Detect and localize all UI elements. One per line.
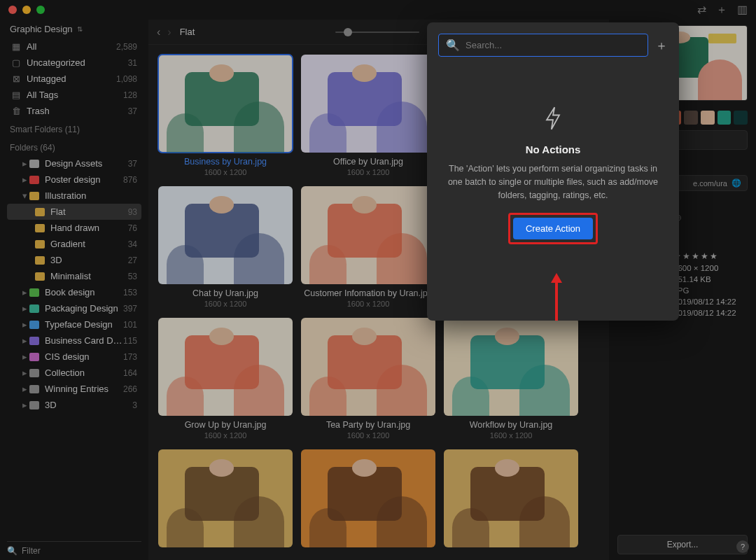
folder-icon xyxy=(35,239,45,249)
grid-item[interactable]: Workflow by Uran.jpg1600 x 1200 xyxy=(444,318,578,440)
thumbnail[interactable] xyxy=(301,318,435,416)
folder-icon xyxy=(29,175,39,185)
titlebar: ⇄ ＋ ▥ xyxy=(0,0,756,20)
disclosure-icon[interactable]: ▸ xyxy=(22,303,29,314)
folder-design-assets[interactable]: ▸Design Assets37 xyxy=(7,155,141,172)
help-button[interactable]: ? xyxy=(736,540,749,553)
window-maximize[interactable] xyxy=(36,6,45,14)
folder-icon xyxy=(29,400,39,410)
folder-3d[interactable]: 3D27 xyxy=(7,252,141,268)
popover-description: The 'Action' lets you perform serial org… xyxy=(438,162,668,202)
caption: Chat by Uran.jpg xyxy=(192,288,258,298)
grid-item[interactable]: Tea Party by Uran.jpg1600 x 1200 xyxy=(301,318,435,440)
folder-icon xyxy=(35,207,45,217)
grid-item[interactable]: Customer Infomation by Uran.jpg1600 x 12… xyxy=(301,186,435,308)
window-minimize[interactable] xyxy=(22,6,31,14)
folder-typeface-design[interactable]: ▸Typeface Design101 xyxy=(7,316,141,332)
folder-minimalist[interactable]: Minimalist53 xyxy=(7,268,141,284)
dimensions-label: 1600 x 1200 xyxy=(347,300,390,308)
dimensions-label: 1600 x 1200 xyxy=(490,431,533,440)
disclosure-icon[interactable]: ▸ xyxy=(22,335,29,346)
grid-item[interactable]: Business by Uran.jpg1600 x 1200 xyxy=(158,55,293,176)
thumbnail[interactable] xyxy=(158,55,293,153)
folder-flat[interactable]: Flat93 xyxy=(7,204,141,220)
thumbnail[interactable] xyxy=(158,318,293,416)
popover-title: No Actions xyxy=(526,144,581,155)
grid-item[interactable] xyxy=(444,449,578,547)
grid-item[interactable] xyxy=(301,449,435,547)
disclosure-icon[interactable]: ▸ xyxy=(22,319,29,330)
disclosure-icon[interactable]: ▸ xyxy=(22,174,29,185)
grid-item[interactable]: Chat by Uran.jpg1600 x 1200 xyxy=(158,186,293,308)
folder-3d[interactable]: ▸3D3 xyxy=(7,397,141,413)
tags-icon: ▤ xyxy=(11,90,21,100)
folder-poster-design[interactable]: ▸Poster design876 xyxy=(7,172,141,188)
thumbnail[interactable] xyxy=(158,186,293,284)
grid-item[interactable] xyxy=(158,449,293,547)
sidebar-item-uncategorized[interactable]: ▢Uncategorized31 xyxy=(7,55,141,71)
grid-item[interactable]: Office by Uran.jpg1600 x 1200 xyxy=(301,55,435,176)
smart-folders-header[interactable]: Smart Folders (11) xyxy=(7,119,141,137)
thumbnail[interactable] xyxy=(444,449,578,547)
thumbnail[interactable] xyxy=(301,186,435,284)
thumbnail[interactable] xyxy=(301,55,435,153)
sidebar-item-trash[interactable]: 🗑Trash37 xyxy=(7,103,141,119)
sidebar-filter[interactable]: 🔍 xyxy=(7,541,141,556)
disclosure-icon[interactable]: ▸ xyxy=(22,287,29,298)
caption: Grow Up by Uran.jpg xyxy=(185,420,267,430)
folder-icon xyxy=(35,272,45,281)
popover-search-input[interactable] xyxy=(465,40,640,50)
folder-collection[interactable]: ▸Collection164 xyxy=(7,365,141,381)
folder-icon xyxy=(29,288,39,298)
popover-search[interactable]: 🔍 xyxy=(438,34,648,57)
nav-forward-icon[interactable]: › xyxy=(167,26,171,38)
folder-gradient[interactable]: Gradient34 xyxy=(7,236,141,252)
sidebar-item-all[interactable]: ▦All2,589 xyxy=(7,38,141,55)
chevron-updown-icon: ⇅ xyxy=(77,25,83,33)
color-swatch[interactable] xyxy=(684,111,698,125)
folder-winning-entries[interactable]: ▸Winning Entries266 xyxy=(7,381,141,397)
sidebar-item-all-tags[interactable]: ▤All Tags128 xyxy=(7,87,141,103)
thumbnail[interactable] xyxy=(301,449,435,547)
sidebar-toggle-icon[interactable]: ▥ xyxy=(737,3,748,18)
plus-icon[interactable]: ＋ xyxy=(716,3,727,18)
globe-icon: 🌐 xyxy=(732,178,741,188)
grid-item[interactable]: Grow Up by Uran.jpg1600 x 1200 xyxy=(158,318,293,440)
nav-back-icon[interactable]: ‹ xyxy=(157,26,160,38)
folder-packaging-design[interactable]: ▸Packaging Design397 xyxy=(7,300,141,316)
folders-header[interactable]: Folders (64) xyxy=(7,137,141,155)
disclosure-icon[interactable]: ▸ xyxy=(22,158,29,169)
disclosure-icon[interactable]: ▸ xyxy=(22,384,29,394)
thumbnail[interactable] xyxy=(158,449,293,547)
bolt-icon xyxy=(543,106,563,131)
thumbnail[interactable] xyxy=(444,318,578,416)
export-button[interactable]: Export... xyxy=(617,535,748,554)
disclosure-icon[interactable]: ▾ xyxy=(22,190,29,201)
color-swatch[interactable] xyxy=(701,111,715,125)
folder-book-design[interactable]: ▸Book design153 xyxy=(7,284,141,300)
create-action-button[interactable]: Create Action xyxy=(513,218,593,239)
filter-input[interactable] xyxy=(22,546,141,556)
breadcrumb: Flat xyxy=(180,27,195,37)
folder-icon xyxy=(35,255,45,265)
dimensions-label: 1600 x 1200 xyxy=(347,168,390,176)
dimensions-label: 1600 x 1200 xyxy=(204,431,247,440)
color-swatch[interactable] xyxy=(734,111,748,125)
dimensions-label: 1600 x 1200 xyxy=(204,168,247,176)
folder-icon xyxy=(29,304,39,314)
disclosure-icon[interactable]: ▸ xyxy=(22,351,29,362)
disclosure-icon[interactable]: ▸ xyxy=(22,400,29,410)
folder-cis-design[interactable]: ▸CIS design173 xyxy=(7,349,141,365)
sidebar-item-untagged[interactable]: ⊠Untagged1,098 xyxy=(7,71,141,87)
folder-business-card-des-[interactable]: ▸Business Card Des…115 xyxy=(7,332,141,349)
zoom-slider[interactable] xyxy=(335,31,419,33)
folder-illustration[interactable]: ▾Illustration xyxy=(7,188,141,204)
popover-add-icon[interactable]: ＋ xyxy=(655,37,668,54)
color-swatch[interactable] xyxy=(718,111,732,125)
window-close[interactable] xyxy=(8,6,17,14)
library-switcher[interactable]: Graphic Design ⇅ xyxy=(7,20,141,38)
actions-popover: 🔍 ＋ No Actions The 'Action' lets you per… xyxy=(427,22,679,321)
swap-icon[interactable]: ⇄ xyxy=(697,3,706,18)
folder-hand-drawn[interactable]: Hand drawn76 xyxy=(7,220,141,236)
disclosure-icon[interactable]: ▸ xyxy=(22,368,29,378)
